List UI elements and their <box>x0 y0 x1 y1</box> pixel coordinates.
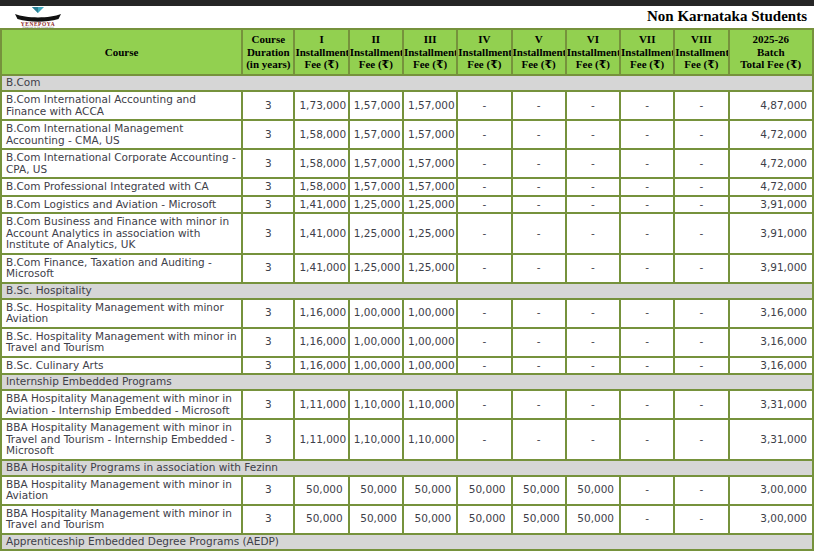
installment-fee-7: - <box>620 328 674 357</box>
section-label: Internship Embedded Programs <box>1 374 813 390</box>
installment-fee-5: - <box>512 178 566 196</box>
installment-fee-7: - <box>620 390 674 419</box>
installment-fee-1: 1,11,000 <box>294 390 348 419</box>
total-fee: 3,91,000 <box>729 254 813 283</box>
installment-fee-6: - <box>566 390 620 419</box>
installment-fee-2: 1,25,000 <box>349 254 403 283</box>
column-header-line: 2025-26 <box>730 33 812 46</box>
page-title: Non Karnataka Students <box>647 8 807 25</box>
installment-fee-6: - <box>566 196 620 214</box>
installment-fee-4: - <box>457 390 511 419</box>
installment-fee-3: 1,25,000 <box>403 213 457 254</box>
column-header-line: IV <box>458 33 510 46</box>
installment-fee-6: 50,000 <box>566 476 620 505</box>
installment-fee-7: - <box>620 120 674 149</box>
total-fee: 3,00,000 <box>729 505 813 534</box>
total-fee: 3,91,000 <box>729 196 813 214</box>
installment-fee-3: 1,57,000 <box>403 149 457 178</box>
total-fee: 4,87,000 <box>729 91 813 120</box>
installment-fee-1: 1,41,000 <box>294 213 348 254</box>
installment-fee-1: 1,16,000 <box>294 328 348 357</box>
installment-fee-1: 1,73,000 <box>294 91 348 120</box>
column-header-line: Fee (₹) <box>458 58 510 71</box>
installment-fee-8: - <box>674 390 728 419</box>
course-duration: 3 <box>242 149 294 178</box>
installment-fee-5: - <box>512 149 566 178</box>
installment-fee-3: 1,25,000 <box>403 196 457 214</box>
installment-fee-4: - <box>457 419 511 460</box>
course-name: B.Sc. Hospitality Management with minor … <box>1 328 242 357</box>
total-fee: 3,91,000 <box>729 213 813 254</box>
installment-fee-7: - <box>620 254 674 283</box>
installment-fee-8: - <box>674 196 728 214</box>
column-header-line: Batch <box>730 46 812 59</box>
course-row: B.Sc. Culinary Arts31,16,0001,00,0001,00… <box>1 357 813 375</box>
column-header-line: Fee (₹) <box>675 58 727 71</box>
installment-fee-3: 1,00,000 <box>403 328 457 357</box>
installment-fee-8: - <box>674 178 728 196</box>
logo-triangle-shade-icon <box>32 7 38 13</box>
total-fee: 3,31,000 <box>729 390 813 419</box>
section-label: Apprenticeship Embedded Degree Programs … <box>1 534 813 550</box>
total-fee: 3,16,000 <box>729 299 813 328</box>
installment-fee-4: - <box>457 149 511 178</box>
installment-fee-2: 1,57,000 <box>349 120 403 149</box>
installment-fee-5: - <box>512 91 566 120</box>
installment-fee-5: - <box>512 213 566 254</box>
installment-fee-1: 1,58,000 <box>294 178 348 196</box>
installment-fee-3: 1,00,000 <box>403 357 457 375</box>
installment-fee-6: - <box>566 178 620 196</box>
column-header-line: (in years) <box>243 58 293 71</box>
installment-fee-7: - <box>620 178 674 196</box>
installment-fee-6: - <box>566 91 620 120</box>
installment-fee-8: - <box>674 149 728 178</box>
installment-fee-8: - <box>674 505 728 534</box>
installment-fee-1: 1,41,000 <box>294 196 348 214</box>
column-header-0: Course <box>1 29 242 75</box>
installment-fee-4: - <box>457 213 511 254</box>
installment-fee-2: 1,57,000 <box>349 149 403 178</box>
column-header-line: III <box>404 33 456 46</box>
section-label: BBA Hospitality Programs in association … <box>1 460 813 476</box>
installment-fee-3: 1,25,000 <box>403 254 457 283</box>
installment-fee-4: - <box>457 328 511 357</box>
course-row: BBA Hospitality Management with minor in… <box>1 419 813 460</box>
total-fee: 4,72,000 <box>729 178 813 196</box>
installment-fee-1: 1,16,000 <box>294 299 348 328</box>
column-header-line: Fee (₹) <box>513 58 565 71</box>
course-name: BBA Hospitality Management with minor in… <box>1 390 242 419</box>
course-duration: 3 <box>242 476 294 505</box>
installment-fee-6: - <box>566 299 620 328</box>
installment-fee-5: - <box>512 390 566 419</box>
column-header-line: Installment <box>621 46 673 59</box>
course-duration: 3 <box>242 91 294 120</box>
installment-fee-5: - <box>512 328 566 357</box>
column-header-10: 2025-26BatchTotal Fee (₹) <box>729 29 813 75</box>
column-header-line: Installment <box>295 46 347 59</box>
installment-fee-1: 50,000 <box>294 505 348 534</box>
installment-fee-1: 1,58,000 <box>294 120 348 149</box>
course-row: B.Com Finance, Taxation and Auditing - M… <box>1 254 813 283</box>
installment-fee-4: 50,000 <box>457 476 511 505</box>
installment-fee-7: - <box>620 476 674 505</box>
total-fee: 4,72,000 <box>729 120 813 149</box>
total-fee: 3,31,000 <box>729 419 813 460</box>
installment-fee-8: - <box>674 419 728 460</box>
installment-fee-8: - <box>674 91 728 120</box>
installment-fee-5: - <box>512 254 566 283</box>
course-row: B.Com International Corporate Accounting… <box>1 149 813 178</box>
course-row: B.Com Logistics and Aviation - Microsoft… <box>1 196 813 214</box>
course-duration: 3 <box>242 196 294 214</box>
installment-fee-2: 1,10,000 <box>349 419 403 460</box>
installment-fee-2: 1,25,000 <box>349 213 403 254</box>
course-row: B.Sc. Hospitality Management with minor … <box>1 299 813 328</box>
yenepoya-logo: YENEPOYA (Deemed to be University) <box>10 7 66 28</box>
column-header-line: VII <box>621 33 673 46</box>
section-row: Internship Embedded Programs <box>1 374 813 390</box>
section-row: Apprenticeship Embedded Degree Programs … <box>1 534 813 550</box>
installment-fee-7: - <box>620 299 674 328</box>
installment-fee-5: 50,000 <box>512 476 566 505</box>
installment-fee-6: - <box>566 120 620 149</box>
column-header-1: CourseDuration(in years) <box>242 29 294 75</box>
installment-fee-4: - <box>457 178 511 196</box>
